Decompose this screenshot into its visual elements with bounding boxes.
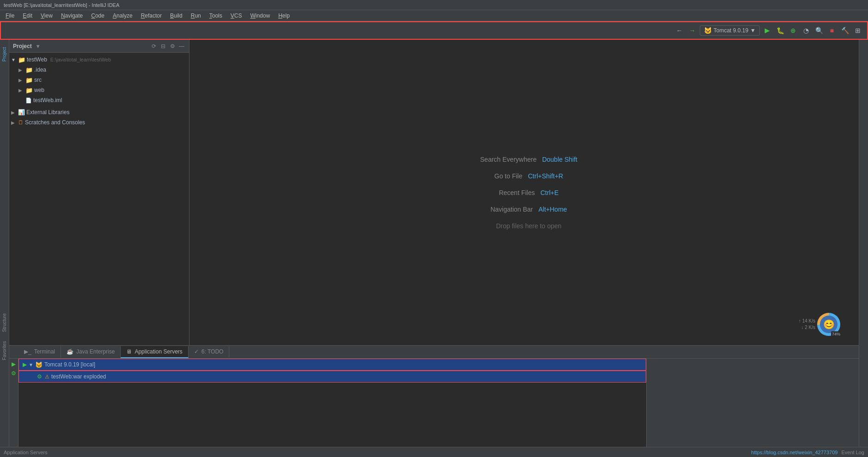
tree-idea-folder[interactable]: ▶ 📁 .idea	[9, 65, 189, 75]
tab-todo[interactable]: ✓ 6: TODO	[189, 346, 230, 358]
java-icon: ☕	[67, 348, 73, 355]
tree-iml-file[interactable]: ▶ 📄 testWeb.iml	[9, 95, 189, 105]
status-bar: Application Servers https://blog.csdn.ne…	[0, 447, 868, 457]
server-name: Tomcat 9.0.19 [local]	[44, 361, 95, 368]
menu-help[interactable]: Help	[275, 12, 293, 20]
shortcut-goto-file: Go to File Ctrl+Shift+R	[495, 172, 563, 180]
spacer: ▶	[18, 98, 24, 103]
status-left: Application Servers	[4, 450, 48, 455]
idea-folder-icon: 📁	[25, 67, 33, 73]
dropdown-arrow-icon: ▼	[750, 27, 756, 34]
menu-run[interactable]: Run	[187, 12, 205, 20]
tree-scratches[interactable]: ▶ 🗒 Scratches and Consoles	[9, 117, 189, 128]
server-settings-button[interactable]: ⚙	[10, 370, 18, 377]
server-play-icon: ▶	[23, 361, 27, 368]
tab-java-enterprise[interactable]: ☕ Java Enterprise	[61, 346, 121, 358]
bottom-panel: ▶_ Terminal ☕ Java Enterprise 🖥 Applicat…	[9, 345, 868, 447]
event-log-link[interactable]: Event Log	[841, 450, 864, 455]
run-config-selector[interactable]: 🐱 Tomcat 9.0.19 ▼	[700, 25, 760, 36]
menu-view[interactable]: View	[37, 12, 56, 20]
server-expand-icon: ▼	[29, 362, 33, 367]
shortcut-drop-files: Drop files here to open	[496, 222, 562, 230]
avatar-inner: 😊	[820, 316, 837, 333]
menu-tools[interactable]: Tools	[206, 12, 226, 20]
shortcut-recent-files: Recent Files Ctrl+E	[499, 189, 558, 196]
tree-src-folder[interactable]: ▶ 📁 src	[9, 75, 189, 85]
status-right: https://blog.csdn.net/weixin_42773709 Ev…	[751, 450, 864, 455]
shortcut-navigation-bar: Navigation Bar Alt+Home	[490, 206, 567, 213]
coverage-button[interactable]: ⊕	[788, 25, 799, 36]
tree-root-testweb[interactable]: ▼ 📁 testWeb E:\java\total_learn\testWeb	[9, 55, 189, 65]
title-bar: testWeb [E:\java\total_learn\testWeb] - …	[0, 0, 868, 10]
bottom-content: ▶ ⚙ ▶ ▼ 🐱 Tomcat 9.0.19 [local] ⚙	[9, 359, 868, 447]
library-icon: 📊	[18, 109, 25, 116]
profile-button[interactable]: ◔	[801, 25, 812, 36]
tree-root-path: E:\java\total_learn\testWeb	[50, 57, 111, 62]
tree-src-name: src	[34, 77, 42, 83]
build-button[interactable]: 🔨	[839, 25, 850, 36]
tab-todo-label: 6: TODO	[202, 348, 224, 355]
tree-ext-lib-name: External Libraries	[26, 109, 69, 116]
expand-icon: ▶	[18, 78, 24, 83]
avatar-circle[interactable]: 😊 74%	[817, 313, 840, 336]
menu-refactor[interactable]: Refactor	[137, 12, 165, 20]
menu-analyze[interactable]: Analyze	[109, 12, 136, 20]
tree-scratches-name: Scratches and Consoles	[25, 119, 85, 126]
settings-icon[interactable]: ⚙	[169, 43, 176, 50]
server-tomcat-row[interactable]: ▶ ▼ 🐱 Tomcat 9.0.19 [local]	[18, 359, 646, 371]
minimize-icon[interactable]: —	[178, 43, 185, 50]
expand-icon: ▶	[11, 110, 17, 115]
tree-web-folder[interactable]: ▶ 📁 web	[9, 85, 189, 95]
tree-external-libraries[interactable]: ▶ 📊 External Libraries	[9, 107, 189, 117]
menu-build[interactable]: Build	[166, 12, 186, 20]
tab-terminal-label: Terminal	[34, 348, 55, 355]
back-button[interactable]: ←	[674, 25, 685, 36]
project-panel: Project ▼ ⟳ ⊟ ⚙ — ▼ 📁 testWeb	[9, 40, 189, 345]
tab-terminal[interactable]: ▶_ Terminal	[18, 346, 61, 358]
forward-button[interactable]: →	[687, 25, 698, 36]
menu-navigate[interactable]: Navigate	[57, 12, 86, 20]
sidebar-project-tab[interactable]: Project	[1, 43, 8, 65]
toolbar: ← → 🐱 Tomcat 9.0.19 ▼ ► 🐛 ⊕ ◔ 🔍 ■ 🔨 ⊞	[0, 21, 868, 40]
server-artifact-row[interactable]: ⚙ ⚠ testWeb:war exploded	[18, 371, 646, 383]
menu-file[interactable]: File	[2, 12, 18, 20]
scratch-icon: 🗒	[18, 119, 24, 126]
status-url-link[interactable]: https://blog.csdn.net/weixin_42773709	[751, 450, 837, 455]
sidebar-structure-tab[interactable]: Structure	[1, 310, 8, 336]
src-folder-icon: 📁	[25, 77, 33, 84]
debug-button[interactable]: 🐛	[775, 25, 786, 36]
terminal-icon: ▶_	[24, 348, 31, 355]
network-widget: ↑ 14 K/s ↓ 2 K/s 😊 74%	[799, 313, 840, 336]
project-header: Project ▼ ⟳ ⊟ ⚙ —	[9, 40, 189, 53]
project-panel-title: Project	[13, 43, 32, 49]
tomcat-server-icon: 🐱	[35, 361, 43, 368]
menu-edit[interactable]: Edit	[19, 12, 36, 20]
app-servers-sidebar: ▶ ⚙	[9, 359, 18, 447]
artifact-warning-icon: ⚠	[45, 374, 49, 380]
tree-iml-name: testWeb.iml	[33, 97, 62, 104]
sync-icon[interactable]: ⟳	[150, 43, 158, 50]
server-icon: 🖥	[126, 348, 132, 355]
run-config-name: Tomcat 9.0.19	[714, 27, 748, 34]
bottom-tabs: ▶_ Terminal ☕ Java Enterprise 🖥 Applicat…	[9, 346, 868, 359]
stop-button[interactable]: ■	[826, 25, 837, 36]
menu-window[interactable]: Window	[246, 12, 274, 20]
menu-vcs[interactable]: VCS	[227, 12, 246, 20]
cpu-percent: 74%	[831, 331, 841, 337]
editor-area: Search Everywhere Double Shift Go to Fil…	[189, 40, 868, 345]
expand-icon: ▶	[18, 88, 24, 93]
server-run-button[interactable]: ▶	[10, 360, 18, 368]
tab-application-servers[interactable]: 🖥 Application Servers	[121, 346, 188, 358]
update-button[interactable]: ⊞	[852, 25, 863, 36]
project-folder-icon: 📁	[18, 56, 25, 63]
sidebar-favorites-tab[interactable]: Favorites	[1, 337, 8, 364]
collapse-icon[interactable]: ⊟	[159, 43, 167, 50]
expand-icon: ▼	[11, 57, 17, 62]
run-button[interactable]: ►	[762, 25, 773, 36]
search-button[interactable]: 🔍	[813, 25, 825, 36]
tree-web-name: web	[34, 87, 44, 93]
artifact-name: testWeb:war exploded	[51, 373, 106, 380]
menu-code[interactable]: Code	[87, 12, 108, 20]
network-info: ↑ 14 K/s ↓ 2 K/s	[799, 318, 815, 331]
title-text: testWeb [E:\java\total_learn\testWeb] - …	[4, 2, 119, 8]
